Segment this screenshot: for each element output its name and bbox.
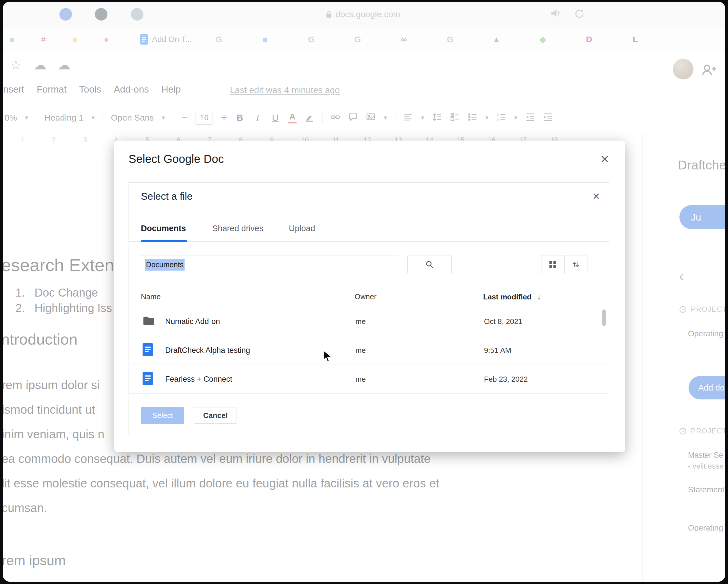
sort-down-arrow-icon: ↓ [537, 292, 541, 301]
file-table-header: Name Owner Last modified ↓ [129, 286, 609, 307]
file-row[interactable]: Numatic Add-on me Oct 8, 2021 [129, 307, 609, 336]
sort-view-button[interactable] [564, 256, 588, 274]
tab-upload[interactable]: Upload [289, 224, 315, 233]
scrollbar-thumb[interactable] [602, 310, 606, 326]
file-modified: Feb 23, 2022 [484, 375, 528, 384]
view-toggle-group [541, 255, 588, 274]
picker-tabs: Documents Shared drives Upload [129, 183, 609, 242]
grid-icon [549, 261, 557, 269]
file-owner: me [356, 346, 366, 355]
gdoc-icon [142, 343, 153, 357]
dialog-title: Select Google Doc [129, 153, 224, 165]
browser-window: docs.google.com ■#■● Add On T... G■GG∞G▲… [3, 2, 725, 582]
grid-view-button[interactable] [541, 256, 564, 274]
search-input-selected-text: Documents [145, 259, 185, 271]
active-tab-indicator [141, 240, 187, 242]
file-name: DraftCheck Alpha testing [165, 346, 250, 355]
cancel-button[interactable]: Cancel [194, 407, 237, 424]
file-picker: Select a file × Documents Shared drives … [129, 182, 609, 436]
file-row[interactable]: DraftCheck Alpha testing me 9:51 AM [129, 336, 609, 365]
screen: docs.google.com ■#■● Add On T... G■GG∞G▲… [0, 0, 728, 584]
sort-icon [572, 261, 580, 269]
file-owner: me [356, 317, 366, 326]
search-button[interactable] [408, 255, 452, 274]
file-modified: Oct 8, 2021 [484, 317, 522, 326]
gdoc-icon [142, 372, 153, 386]
search-input[interactable]: Documents [141, 255, 398, 274]
select-button[interactable]: Select [141, 407, 184, 424]
file-name: Fearless + Connect [165, 375, 232, 384]
close-icon[interactable]: × [601, 150, 609, 167]
tab-shared-drives[interactable]: Shared drives [212, 224, 263, 233]
folder-icon [142, 315, 155, 327]
column-name[interactable]: Name [141, 292, 161, 301]
search-icon [425, 260, 434, 269]
mouse-cursor [323, 350, 334, 364]
file-row[interactable]: Fearless + Connect me Feb 23, 2022 [129, 365, 609, 394]
column-label: Last modified [483, 293, 531, 301]
select-google-doc-dialog: Select Google Doc × Select a file × Docu… [114, 140, 625, 452]
file-modified: 9:51 AM [484, 346, 511, 355]
file-owner: me [356, 375, 366, 384]
tab-documents[interactable]: Documents [141, 224, 186, 233]
column-owner[interactable]: Owner [355, 292, 376, 301]
file-name: Numatic Add-on [165, 317, 220, 326]
column-last-modified[interactable]: Last modified ↓ [483, 292, 541, 301]
